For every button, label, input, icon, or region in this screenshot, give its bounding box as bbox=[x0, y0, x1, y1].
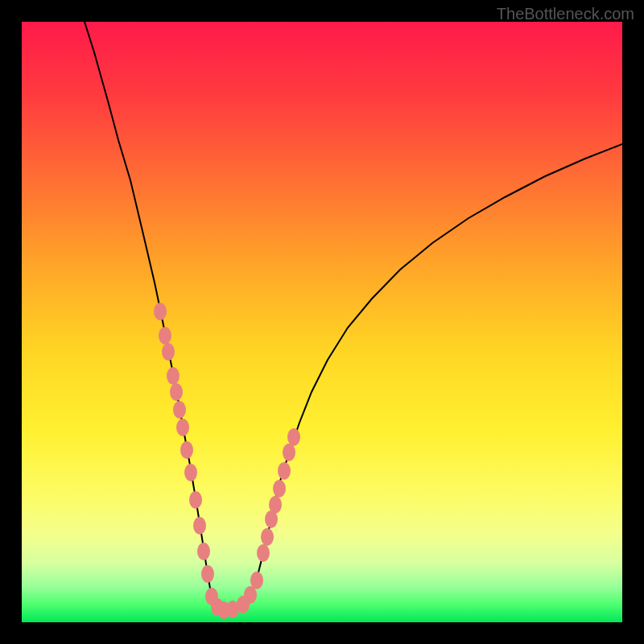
data-marker bbox=[197, 543, 210, 560]
chart-area bbox=[22, 22, 622, 622]
data-marker bbox=[173, 401, 186, 419]
data-marker bbox=[184, 464, 197, 481]
data-marker bbox=[273, 480, 286, 497]
data-marker bbox=[162, 343, 175, 361]
data-marker bbox=[261, 528, 274, 546]
data-marker bbox=[167, 367, 180, 385]
data-marker bbox=[176, 419, 189, 436]
data-marker bbox=[287, 428, 300, 446]
data-marker bbox=[278, 462, 291, 480]
data-marker bbox=[269, 496, 282, 514]
data-markers-group bbox=[154, 303, 300, 619]
data-marker bbox=[193, 517, 206, 535]
data-marker bbox=[159, 327, 171, 345]
data-marker bbox=[180, 441, 193, 459]
data-marker bbox=[170, 383, 183, 401]
data-marker bbox=[250, 572, 263, 589]
data-marker bbox=[201, 565, 214, 583]
data-marker bbox=[257, 544, 270, 562]
data-marker bbox=[189, 491, 202, 509]
watermark-text: TheBottleneck.com bbox=[497, 5, 634, 23]
data-marker bbox=[283, 444, 295, 461]
curve-overlay bbox=[22, 22, 622, 622]
data-marker bbox=[154, 303, 167, 320]
